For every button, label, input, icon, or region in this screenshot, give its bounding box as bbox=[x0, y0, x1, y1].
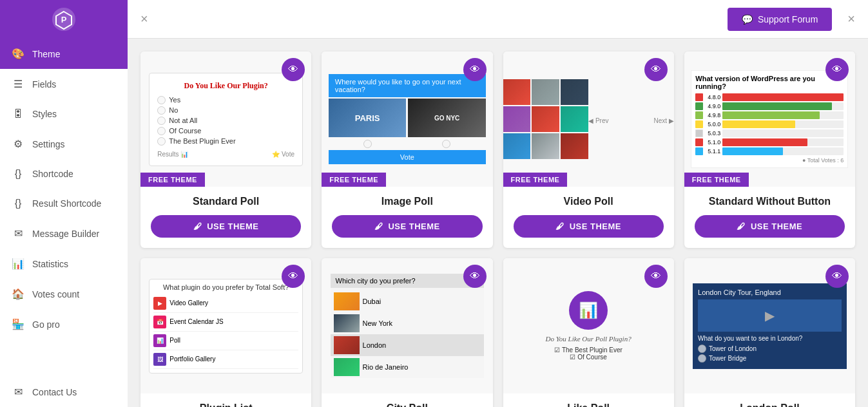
sidebar-item-message-builder[interactable]: ✉ Message Builder bbox=[0, 218, 128, 249]
city-option-rio: Rio de Janeiro bbox=[331, 356, 485, 378]
settings-icon: ⚙ bbox=[12, 138, 24, 150]
swb-title: What version of WordPress are you runnin… bbox=[695, 75, 844, 90]
paintbrush-icon: 🖌 bbox=[737, 222, 746, 231]
like-option-2: ☑ Of Course bbox=[517, 354, 661, 361]
result-shortcode-icon: {} bbox=[12, 198, 24, 209]
topbar: × 💬 Support Forum × bbox=[128, 0, 868, 39]
use-theme-button-swb[interactable]: 🖌 USE THEME bbox=[695, 215, 845, 238]
swb-preview: What version of WordPress are you runnin… bbox=[691, 70, 848, 168]
sidebar-item-contact-us[interactable]: ✉ Contact Us bbox=[0, 377, 128, 407]
plugin-name-2: Event Calendar JS bbox=[169, 318, 223, 325]
london-title: London City Tour, England bbox=[698, 289, 842, 296]
sidebar-item-shortcode[interactable]: {} Shortcode bbox=[0, 159, 128, 189]
theme-preview-plugin-list: 👁 What plugin do you prefer by Total Sof… bbox=[140, 258, 311, 393]
london-options: Tower of London Tower Bridge bbox=[698, 345, 842, 363]
sidebar-logo: P bbox=[0, 0, 128, 39]
theme-preview-london-poll: 👁 London City Tour, England ▶ What do yo… bbox=[684, 258, 855, 393]
sidebar-item-settings[interactable]: ⚙ Settings bbox=[0, 129, 128, 159]
image-poll-preview: Where would you like to go on your next … bbox=[329, 74, 486, 164]
message-builder-icon: ✉ bbox=[12, 227, 24, 240]
image-radio-row bbox=[329, 140, 486, 148]
theme-info-london-poll: London Poll 🖌 USE THEME bbox=[684, 393, 855, 407]
theme-name-swb: Standard Without Button bbox=[709, 196, 831, 207]
sidebar-item-label: Contact Us bbox=[32, 387, 77, 397]
image-poll-title: Where would you like to go on your next … bbox=[329, 74, 486, 97]
sidebar-item-styles[interactable]: 🎛 Styles bbox=[0, 99, 128, 129]
theme-preview-image-poll: 👁 Where would you like to go on your nex… bbox=[322, 52, 492, 187]
theme-card-like-poll: 👁 📊 Do You Like Our Poll Plugin? ☑ The B… bbox=[503, 258, 674, 407]
plugin-icon-4: 🖼 bbox=[153, 353, 166, 366]
theme-name-london-poll: London Poll bbox=[740, 402, 799, 407]
theme-name-standard-poll: Standard Poll bbox=[193, 196, 259, 207]
theme-name-like-poll: Like Poll bbox=[567, 402, 610, 407]
sidebar-item-label: Result Shortcode bbox=[32, 198, 101, 209]
like-option-1: ☑ The Best Plugin Ever bbox=[517, 346, 661, 354]
preview-eye-plugin-list[interactable]: 👁 bbox=[282, 265, 305, 288]
like-title: Do You Like Our Poll Plugin? bbox=[517, 335, 661, 343]
city-option-ny: New York bbox=[331, 312, 485, 334]
preview-eye-swb[interactable]: 👁 bbox=[825, 58, 849, 81]
preview-eye-like-poll[interactable]: 👁 bbox=[644, 265, 668, 288]
theme-info-video-poll: Video Poll 🖌 USE THEME bbox=[503, 187, 674, 248]
sidebar-item-statistics[interactable]: 📊 Statistics bbox=[0, 249, 128, 279]
plugin-row-4: 🖼 Portfolio Gallery bbox=[153, 350, 298, 369]
sidebar-item-votes-count[interactable]: 🏠 Votes count bbox=[0, 279, 128, 309]
theme-info-like-poll: Like Poll 🖌 USE THEME bbox=[503, 393, 674, 407]
plugin-name-3: Poll bbox=[169, 337, 180, 344]
theme-info-image-poll: Image Poll 🖌 USE THEME bbox=[322, 187, 492, 248]
sidebar-item-label: Go pro bbox=[32, 319, 60, 330]
sidebar-item-label: Styles bbox=[32, 109, 57, 119]
preview-eye-image-poll[interactable]: 👁 bbox=[463, 58, 487, 81]
theme-card-standard-poll: 👁 Do You Like Our Plugin? Yes No Not at … bbox=[140, 52, 311, 248]
image-poll-vote-button[interactable]: Vote bbox=[329, 150, 486, 164]
sidebar-item-go-pro[interactable]: 🏪 Go pro bbox=[0, 309, 128, 339]
topbar-close-button[interactable]: × bbox=[140, 12, 148, 26]
plugin-name-4: Portfolio Gallery bbox=[169, 355, 215, 363]
use-theme-button-video-poll[interactable]: 🖌 USE THEME bbox=[514, 215, 664, 238]
sidebar-item-label: Shortcode bbox=[32, 169, 73, 179]
use-theme-label: USE THEME bbox=[207, 222, 258, 231]
theme-name-video-poll: Video Poll bbox=[564, 196, 613, 207]
support-forum-button[interactable]: 💬 Support Forum bbox=[728, 8, 832, 31]
car-cell-6 bbox=[561, 106, 588, 132]
sidebar-item-result-shortcode[interactable]: {} Result Shortcode bbox=[0, 189, 128, 218]
paintbrush-icon: 🖌 bbox=[555, 222, 564, 231]
preview-eye-london-poll[interactable]: 👁 bbox=[825, 265, 849, 288]
poll-footer: Results 📊 ⭐ Vote bbox=[157, 151, 294, 158]
preview-eye-city-poll[interactable]: 👁 bbox=[463, 265, 487, 288]
theme-preview-city-poll: 👁 Which city do you prefer? Dubai New Yo… bbox=[322, 258, 492, 393]
standard-poll-preview: Do You Like Our Plugin? Yes No Not at Al… bbox=[149, 73, 303, 166]
main-content: × 💬 Support Forum × 👁 Do You Like Our Pl… bbox=[128, 0, 868, 407]
sidebar: P 🎨 Theme ☰ Fields 🎛 Styles ⚙ Settings {… bbox=[0, 0, 128, 407]
statistics-icon: 📊 bbox=[12, 258, 24, 270]
use-theme-button-standard-poll[interactable]: 🖌 USE THEME bbox=[151, 215, 301, 238]
sidebar-item-fields[interactable]: ☰ Fields bbox=[0, 69, 128, 99]
support-icon: 💬 bbox=[742, 14, 753, 24]
like-preview: 📊 Do You Like Our Poll Plugin? ☑ The Bes… bbox=[512, 286, 666, 366]
sidebar-item-label: Settings bbox=[32, 139, 65, 149]
shortcode-icon: {} bbox=[12, 168, 24, 180]
use-theme-button-image-poll[interactable]: 🖌 USE THEME bbox=[332, 215, 482, 238]
london-opt-1: Tower of London bbox=[698, 345, 842, 353]
free-badge-standard: FREE THEME bbox=[140, 173, 205, 187]
sidebar-item-label: Statistics bbox=[32, 259, 68, 269]
theme-info-plugin-list: Plugin List 🖌 USE THEME bbox=[140, 393, 311, 407]
car-cell-2 bbox=[532, 79, 559, 105]
theme-name-image-poll: Image Poll bbox=[381, 196, 433, 207]
poll-title: Do You Like Our Plugin? bbox=[157, 81, 294, 91]
preview-eye-standard-poll[interactable]: 👁 bbox=[282, 58, 305, 81]
theme-preview-standard-poll: 👁 Do You Like Our Plugin? Yes No Not at … bbox=[140, 52, 311, 187]
car-cell-8 bbox=[532, 133, 559, 159]
styles-icon: 🎛 bbox=[12, 108, 24, 120]
topbar-dismiss-button[interactable]: × bbox=[847, 12, 855, 26]
free-badge-swb: FREE THEME bbox=[684, 173, 749, 187]
theme-info-swb: Standard Without Button 🖌 USE THEME bbox=[684, 187, 855, 248]
paintbrush-icon: 🖌 bbox=[374, 222, 383, 231]
plugin-row-3: 📊 Poll bbox=[153, 332, 298, 350]
plugin-row-2: 📅 Event Calendar JS bbox=[153, 313, 298, 332]
preview-eye-video-poll[interactable]: 👁 bbox=[644, 58, 668, 81]
theme-preview-swb: 👁 What version of WordPress are you runn… bbox=[684, 52, 855, 187]
paris-cell: PARIS bbox=[329, 99, 407, 137]
use-theme-label: USE THEME bbox=[570, 222, 621, 231]
sidebar-item-theme[interactable]: 🎨 Theme bbox=[0, 39, 128, 69]
